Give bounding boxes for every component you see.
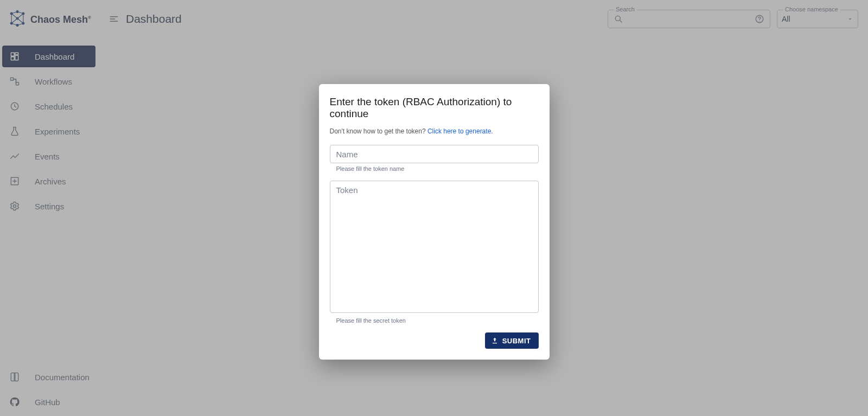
dialog-hint-text: Don't know how to get the token? <box>330 127 427 135</box>
dialog-actions: SUBMIT <box>330 332 539 349</box>
token-helper: Please fill the secret token <box>336 317 539 324</box>
name-input[interactable] <box>330 145 539 163</box>
token-input[interactable] <box>330 181 539 313</box>
submit-button[interactable]: SUBMIT <box>485 332 539 349</box>
token-field: Token <box>330 181 539 315</box>
modal-backdrop: Enter the token (RBAC Authorization) to … <box>0 0 868 416</box>
dialog-hint: Don't know how to get the token? Click h… <box>330 127 539 135</box>
upload-icon <box>490 336 499 345</box>
name-helper: Please fill the token name <box>336 165 539 172</box>
generate-token-link[interactable]: Click here to generate. <box>427 127 493 135</box>
token-dialog: Enter the token (RBAC Authorization) to … <box>319 84 550 360</box>
name-field: Name <box>330 145 539 163</box>
dialog-title: Enter the token (RBAC Authorization) to … <box>330 96 539 120</box>
submit-label: SUBMIT <box>502 337 531 345</box>
